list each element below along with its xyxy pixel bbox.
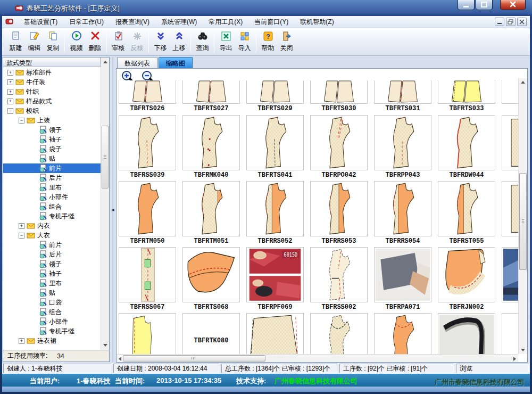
collapse-left-icon[interactable]: ◄ [111,207,115,212]
toolbar-button-move-down[interactable]: 下移 [151,29,170,54]
thumbnail-TBFRMK040[interactable] [182,115,240,170]
mdi-minimize-button[interactable] [495,18,504,26]
scroll-right-icon[interactable] [513,357,516,361]
tree-item-前片[interactable]: 前片 [3,163,101,173]
menu-item-3[interactable]: 报表查询(V) [110,17,155,27]
tree-item-后片[interactable]: 后片 [3,173,101,183]
tree-item-牛仔装[interactable]: +牛仔装 [3,77,101,87]
toolbar-button-import-grid[interactable]: 导入 [235,29,254,54]
thumbnail-TBFRPP043[interactable] [374,115,431,170]
minimize-button[interactable] [458,0,475,10]
thumbnail-TBFRTS026[interactable] [119,80,176,104]
thumbnail-TBFRTM051[interactable] [182,181,240,236]
toolbar-button-audit-check[interactable]: 审核 [109,29,128,54]
tree-item-连衣裙[interactable]: +连衣裙 [3,336,101,346]
toolbar-button-help[interactable]: ?帮助 [259,29,277,54]
menu-item-4[interactable]: 系统管理(W) [155,17,203,27]
tree-item-组合[interactable]: 组合 [3,202,101,211]
toolbar-button-export-excel[interactable]: 导出 [217,29,235,54]
thumbnail-TBFRTS041[interactable] [246,115,304,170]
tree-item-大衣[interactable]: −大衣 [3,231,101,240]
thumbnail-TBFRTM050[interactable] [119,181,176,236]
thumbnail-TBFRTS027[interactable] [182,80,240,104]
menu-item-1[interactable]: 基础设置(T) [18,17,63,27]
vertical-scrollbar[interactable] [518,78,527,354]
toolbar-button-copy[interactable]: 复制 [44,29,62,54]
thumbnail-TBFRTS033[interactable] [438,80,495,104]
tree-item-袖子[interactable]: 袖子 [3,135,101,144]
thumbnail-TBFRRS053[interactable] [310,181,368,236]
tree-scrollbar[interactable] [101,58,109,350]
tree-item-里布[interactable]: 里布 [3,183,101,192]
tree-item-梭织[interactable]: −梭织 [3,106,101,116]
scroll-up-icon[interactable] [521,81,525,84]
collapse-box-icon[interactable]: − [19,233,24,239]
tree-item-里布[interactable]: 里布 [3,278,101,288]
collapse-box-icon[interactable]: − [19,118,24,124]
toolbar-button-search-binoculars[interactable]: 查询 [193,29,212,54]
horizontal-scrollbar[interactable] [117,354,518,362]
menu-item-5[interactable]: 常用工具(X) [203,17,248,27]
thumbnail-TBFRTS030[interactable] [310,80,368,104]
tree-item-专机手缝[interactable]: 专机手缝 [3,211,101,221]
thumbnail-TBFRRS052[interactable] [246,181,304,236]
scroll-left-icon[interactable] [119,357,121,361]
mdi-restore-button[interactable] [506,18,516,26]
tree-item-贴[interactable]: 贴 [3,154,101,163]
thumbnail-TBFRSS067[interactable] [119,247,176,302]
expand-box-icon[interactable]: + [7,79,13,85]
vertical-scrollbar-thumb[interactable] [519,173,527,270]
tree-item-样品款式[interactable]: +样品款式 [3,96,101,106]
menu-item-2[interactable]: 日常工作(U) [63,17,110,27]
tree-item-针织[interactable]: +针织 [3,87,101,96]
expand-box-icon[interactable]: + [19,338,24,344]
maximize-button[interactable] [476,0,493,10]
thumbnail-TBFRSS002[interactable] [310,247,368,302]
tree-item-口袋[interactable]: 口袋 [3,298,101,307]
tree-item-上装[interactable]: −上装 [3,116,101,125]
tree-item-袋子[interactable]: 袋子 [3,144,101,154]
collapse-box-icon[interactable]: − [7,108,13,114]
thumbnail-TBFRTS031[interactable] [374,80,431,104]
tree-item-领子[interactable]: 领子 [3,125,101,135]
toolbar-button-unaudit[interactable]: 反核 [128,29,146,54]
thumbnail-TBFRRS054[interactable] [374,181,431,236]
close-button[interactable] [500,0,526,10]
expand-box-icon[interactable]: + [7,98,13,104]
mdi-close-button[interactable] [517,18,527,26]
toolbar-button-move-up[interactable]: 上移 [170,29,188,54]
tree-scroll-up-icon[interactable] [103,61,107,63]
menu-item-6[interactable]: 当前窗口(Y) [248,17,294,27]
thumbnail-TBFRTS068[interactable] [182,247,240,302]
thumbnail-TBFRPO042[interactable] [310,115,368,170]
tree-scrollbar-thumb[interactable] [102,126,109,188]
toolbar-button-close-door[interactable]: 关闭 [277,29,296,54]
thumbnail-TBFRDW044[interactable] [438,115,495,170]
toolbar-button-new-doc[interactable]: 新建 [6,29,25,54]
horizontal-scrollbar-thumb[interactable] [123,355,265,362]
expand-box-icon[interactable]: + [7,89,13,95]
scroll-down-icon[interactable] [521,349,525,351]
toolbar-button-delete[interactable]: 删除 [86,29,104,54]
tab-数据列表[interactable]: 数据列表 [117,57,157,68]
expand-box-icon[interactable]: + [7,70,13,76]
thumbnail-TBFRPF069[interactable]: 6015D [246,247,304,302]
thumbnail-TBFRST055[interactable] [438,181,495,236]
tree-item-内衣[interactable]: +内衣 [3,221,101,231]
tree-item-标准部件[interactable]: +标准部件 [3,68,101,77]
menu-item-7[interactable]: 联机帮助(Z) [294,17,339,27]
tree-item-组合[interactable]: 组合 [3,307,101,317]
tree-item-袖子[interactable]: 袖子 [3,269,101,278]
tree-item-小部件[interactable]: 小部件 [3,317,101,326]
tree-item-贴[interactable]: 贴 [3,288,101,298]
thumbnail-TBFRSS039[interactable] [119,115,176,170]
tree-item-后片[interactable]: 后片 [3,250,101,259]
toolbar-button-edit[interactable]: 编辑 [25,29,44,54]
thumbnail-TBFRPA071[interactable] [374,247,431,302]
toolbar-button-video[interactable]: 视频 [67,29,86,54]
tree-item-前片[interactable]: 前片 [3,240,101,250]
thumbnail-TBFRJN002[interactable] [438,247,495,302]
tree-item-领子[interactable]: 领子 [3,259,101,269]
panel-splitter[interactable]: ◄ [110,57,116,362]
tree-scroll-down-icon[interactable] [103,344,107,347]
